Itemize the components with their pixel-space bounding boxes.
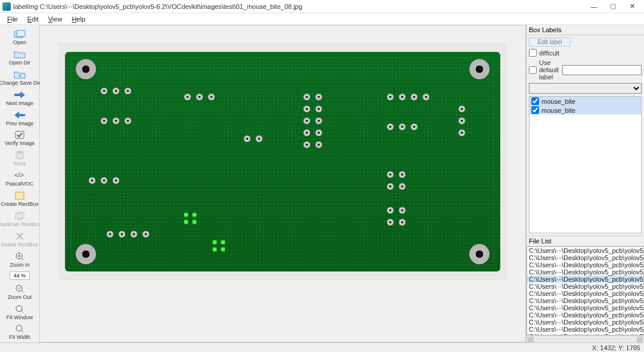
arrow-left-icon	[14, 110, 26, 120]
fit-width-label: Fit Width	[9, 335, 30, 341]
label-item-text: mouse_bite	[541, 98, 575, 105]
file-list-row[interactable]: C:\Users\···\Desktop\yolov5_pcb\yolov5-6…	[527, 283, 643, 290]
menu-edit[interactable]: Edit	[23, 14, 44, 24]
pcb-image	[65, 52, 500, 271]
label-list[interactable]: mouse_bitemouse_bite	[529, 96, 642, 233]
svg-rect-1	[17, 30, 25, 36]
default-label-input[interactable]	[562, 65, 642, 75]
file-list[interactable]: C:\Users\···\Desktop\yolov5_pcb\yolov5-6…	[527, 246, 644, 335]
file-list-row[interactable]: C:\Users\···\Desktop\yolov5_pcb\yolov5-6…	[527, 268, 643, 276]
prev-image-button[interactable]: Prev Image	[1, 109, 38, 128]
file-list-row[interactable]: C:\Users\···\Desktop\yolov5_pcb\yolov5-6…	[527, 319, 643, 326]
window-title: labelImg C:\Users\···\Desktop\yolov5_pcb…	[13, 3, 584, 10]
fit-width-button[interactable]: Fit Width	[1, 322, 38, 341]
zoom-in-label: Zoom In	[10, 263, 29, 268]
file-list-row[interactable]: C:\Users\···\Desktop\yolov5_pcb\yolov5-6…	[527, 254, 643, 261]
menu-help[interactable]: Help	[67, 14, 90, 24]
label-item[interactable]: mouse_bite	[530, 97, 641, 106]
mounting-hole	[76, 59, 96, 79]
annotation-marker[interactable]	[193, 213, 196, 217]
zoom-value[interactable]: 44 %	[10, 271, 30, 280]
next-image-button[interactable]: Next Image	[1, 88, 38, 107]
difficult-label: difficult	[539, 50, 559, 57]
label-combo[interactable]	[529, 83, 642, 94]
edit-label-button[interactable]: Edit label	[529, 38, 571, 47]
duplicate-rectbox-label: Duplicate RectBox	[0, 222, 39, 228]
folder-icon	[14, 50, 26, 59]
fit-window-label: Fit Window	[7, 315, 33, 321]
file-list-row[interactable]: C:\Users\···\Desktop\yolov5_pcb\yolov5-6…	[527, 311, 643, 319]
annotation-marker[interactable]	[213, 248, 216, 251]
fit-width-icon	[14, 324, 26, 334]
label-item[interactable]: mouse_bite	[530, 106, 641, 115]
annotation-marker[interactable]	[193, 220, 196, 224]
menu-view[interactable]: View	[44, 14, 67, 24]
cursor-coords: X: 1432; Y: 1785	[592, 344, 640, 351]
prev-image-label: Prev Image	[6, 121, 33, 127]
annotation-marker[interactable]	[221, 240, 225, 244]
file-list-row[interactable]: C:\Users\···\Desktop\yolov5_pcb\yolov5-6…	[527, 247, 643, 254]
delete-rectbox-label: Delete RectBox	[1, 242, 39, 248]
zoom-out-button[interactable]: Zoom Out	[1, 282, 38, 301]
annotation-marker[interactable]	[184, 213, 188, 217]
file-list-hscroll[interactable]	[527, 335, 644, 342]
label-item-checkbox[interactable]	[531, 106, 539, 114]
svg-point-11	[16, 305, 22, 311]
mounting-hole	[76, 244, 96, 264]
folder-arrow-icon	[14, 70, 26, 79]
fit-window-icon	[14, 304, 26, 314]
zoom-out-icon	[14, 284, 26, 294]
maximize-button[interactable]: ▢	[603, 1, 623, 13]
open-dir-label: Open Dir	[9, 60, 30, 66]
zoom-in-icon	[14, 252, 26, 261]
arrow-right-icon	[14, 90, 26, 100]
change-save-dir-label: Change Save Dir	[0, 81, 39, 87]
svg-rect-6	[16, 192, 24, 199]
minimize-button[interactable]: —	[584, 1, 603, 13]
open-label: Open	[13, 40, 26, 46]
open-dir-button[interactable]: Open Dir	[1, 48, 38, 67]
save-button[interactable]: Save	[1, 149, 38, 168]
use-default-label-checkbox[interactable]	[529, 66, 537, 74]
svg-rect-4	[18, 152, 21, 154]
zoom-in-button[interactable]: Zoom In	[1, 250, 38, 269]
file-list-row[interactable]: C:\Users\···\Desktop\yolov5_pcb\yolov5-6…	[527, 304, 643, 311]
image-wrapper	[59, 44, 506, 279]
file-list-row[interactable]: C:\Users\···\Desktop\yolov5_pcb\yolov5-6…	[527, 297, 643, 304]
verify-image-button[interactable]: Verify Image	[1, 128, 38, 147]
close-button[interactable]: ✕	[623, 1, 642, 13]
status-bar: X: 1432; Y: 1785	[0, 342, 644, 352]
image-canvas[interactable]	[39, 25, 526, 342]
open-icon	[14, 29, 26, 39]
file-list-header: File List	[527, 236, 644, 246]
label-item-text: mouse_bite	[541, 107, 575, 114]
difficult-checkbox-row[interactable]: difficult	[529, 49, 642, 57]
format-toggle-button[interactable]: </> PascalVOC	[1, 169, 38, 188]
menu-file[interactable]: File	[2, 14, 23, 24]
annotation-marker[interactable]	[184, 220, 188, 224]
open-button[interactable]: Open	[1, 27, 38, 47]
left-toolbar: Open Open Dir Change Save Dir Next Image…	[0, 25, 39, 342]
file-list-row[interactable]: C:\Users\···\Desktop\yolov5_pcb\yolov5-6…	[527, 290, 643, 297]
change-save-dir-button[interactable]: Change Save Dir	[1, 68, 38, 87]
svg-rect-2	[16, 131, 24, 138]
menu-bar: File Edit View Help	[0, 13, 644, 25]
title-bar: labelImg C:\Users\···\Desktop\yolov5_pcb…	[0, 0, 644, 13]
format-label: PascalVOC	[6, 181, 34, 187]
file-list-row[interactable]: C:\Users\···\Desktop\yolov5_pcb\yolov5-6…	[527, 261, 643, 268]
label-item-checkbox[interactable]	[531, 97, 539, 105]
rectbox-icon	[14, 191, 26, 200]
zoom-out-label: Zoom Out	[8, 295, 32, 301]
difficult-checkbox[interactable]	[529, 49, 537, 57]
svg-text:</>: </>	[14, 172, 24, 178]
fit-window-button[interactable]: Fit Window	[1, 302, 38, 322]
mounting-hole	[469, 244, 490, 264]
create-rectbox-button[interactable]: Create RectBox	[1, 189, 38, 208]
annotation-marker[interactable]	[213, 240, 216, 244]
file-list-row[interactable]: C:\Users\···\Desktop\yolov5_pcb\yolov5-6…	[527, 276, 643, 283]
file-list-row[interactable]: C:\Users\···\Desktop\yolov5_pcb\yolov5-6…	[527, 326, 643, 333]
use-default-label-text: Use default label	[539, 59, 560, 81]
annotation-marker[interactable]	[221, 248, 225, 251]
default-label-row[interactable]: Use default label	[529, 59, 642, 81]
right-pane: Box Labels Edit label difficult Use defa…	[526, 25, 644, 342]
